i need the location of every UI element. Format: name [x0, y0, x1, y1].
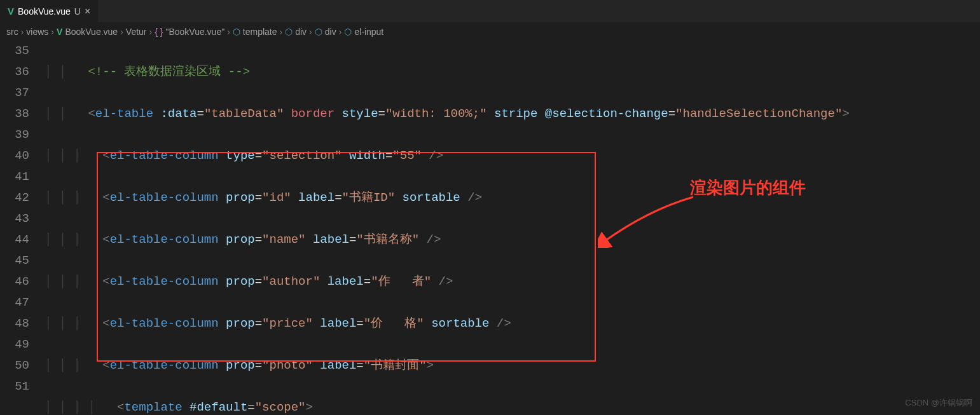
tab-modified-indicator: U: [74, 6, 81, 17]
chevron-right-icon: ›: [21, 27, 24, 37]
bc-file[interactable]: BookVue.vue: [65, 27, 118, 37]
line-number: 49: [0, 334, 29, 355]
line-number: 39: [0, 125, 29, 146]
watermark: CSDN @许锅锅啊: [905, 397, 972, 409]
bc-vetur[interactable]: Vetur: [126, 27, 147, 37]
code-content[interactable]: │ │ <!-- 表格数据渲染区域 --> │ │ <el-table :dat…: [45, 41, 980, 415]
line-number: 48: [0, 313, 29, 334]
line-number: 51: [0, 376, 29, 397]
bc-src[interactable]: src: [6, 27, 18, 37]
line-number: 45: [0, 250, 29, 271]
element-icon: ⬡: [315, 27, 322, 37]
line-number: 40: [0, 146, 29, 167]
bc-views[interactable]: views: [26, 27, 48, 37]
chevron-right-icon: ›: [309, 27, 312, 37]
bc-elinput[interactable]: el-input: [354, 27, 383, 37]
chevron-right-icon: ›: [280, 27, 283, 37]
bc-div2[interactable]: div: [325, 27, 336, 37]
gutter: 35 36 37 38 39 40 41 42 43 44 45 46 47 4…: [0, 41, 45, 415]
tab-bookvue[interactable]: V BookVue.vue U ×: [0, 0, 99, 22]
bc-div1[interactable]: div: [295, 27, 307, 37]
line-number: 38: [0, 104, 29, 125]
code-editor[interactable]: 35 36 37 38 39 40 41 42 43 44 45 46 47 4…: [0, 41, 980, 415]
line-number: 37: [0, 83, 29, 104]
line-number: 43: [0, 208, 29, 229]
line-number: 41: [0, 167, 29, 187]
vue-icon: V: [8, 6, 14, 17]
tab-title: BookVue.vue: [18, 6, 71, 17]
tabs-bar: V BookVue.vue U ×: [0, 0, 980, 23]
element-icon: ⬡: [233, 27, 240, 37]
bc-template[interactable]: template: [243, 27, 277, 37]
line-number: 50: [0, 355, 29, 376]
bc-bookvue[interactable]: "BookVue.vue": [165, 27, 224, 37]
line-number: 44: [0, 229, 29, 250]
brace-icon: { }: [155, 27, 163, 37]
vue-icon: V: [57, 27, 62, 37]
chevron-right-icon: ›: [339, 27, 342, 37]
chevron-right-icon: ›: [149, 27, 153, 37]
line-number: 42: [0, 187, 29, 208]
line-number: 35: [0, 41, 29, 62]
breadcrumb[interactable]: src › views › V BookVue.vue › Vetur › { …: [0, 23, 980, 41]
chevron-right-icon: ›: [227, 27, 230, 37]
line-number: 36: [0, 62, 29, 83]
annotation-text: 渲染图片的组件: [690, 177, 806, 199]
element-icon: ⬡: [285, 27, 293, 37]
close-icon[interactable]: ×: [85, 6, 90, 17]
line-number: 46: [0, 271, 29, 292]
line-number: 47: [0, 292, 29, 313]
element-icon: ⬡: [344, 27, 352, 37]
chevron-right-icon: ›: [51, 27, 54, 37]
chevron-right-icon: ›: [120, 27, 123, 37]
